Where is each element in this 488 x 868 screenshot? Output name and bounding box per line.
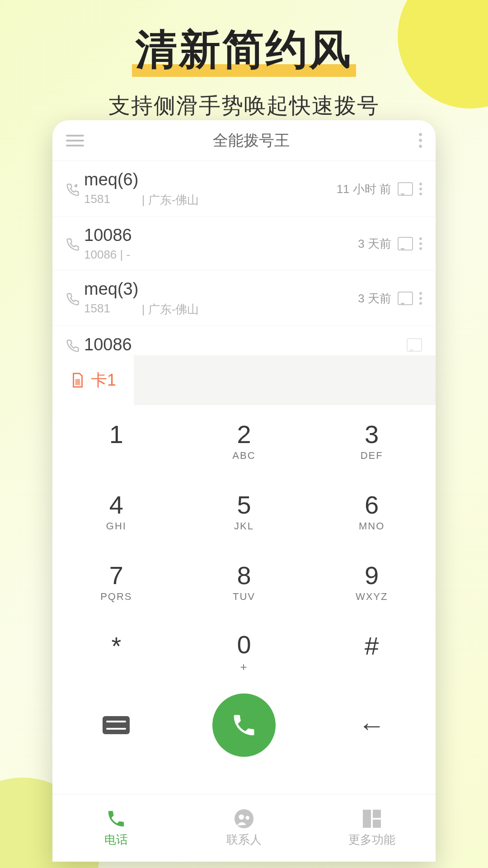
key-2[interactable]: 2ABC — [180, 405, 308, 476]
sms-icon[interactable] — [407, 338, 422, 352]
svg-point-3 — [245, 816, 249, 820]
sim-selector-bar: 卡1 — [52, 355, 436, 405]
call-number: 10086 | - — [84, 248, 130, 262]
contacts-icon — [234, 808, 254, 829]
app-title: 全能拨号王 — [84, 130, 418, 151]
page-headline: 清新简约风 — [132, 22, 356, 80]
dialpad-action-row: ← — [52, 687, 436, 768]
outgoing-call-icon — [66, 337, 84, 353]
sim-label: 卡1 — [91, 369, 116, 392]
key-star[interactable]: *​ — [52, 617, 180, 687]
svg-point-2 — [239, 814, 244, 820]
key-3[interactable]: 3DEF — [308, 405, 436, 476]
page-subhead: 支持侧滑手势唤起快速拨号 — [0, 91, 488, 120]
bottom-nav: 电话 联系人 更多功能 — [52, 794, 436, 862]
key-4[interactable]: 4GHI — [52, 476, 180, 546]
row-more-button[interactable] — [419, 183, 422, 195]
call-log-row[interactable]: meq(6) 1581 | 广东-佛山 11 小时 前 — [52, 161, 436, 217]
call-log-row[interactable]: meq(3) 1581 | 广东-佛山 3 天前 — [52, 270, 436, 326]
sms-icon[interactable] — [398, 237, 413, 250]
key-hash[interactable]: #​ — [308, 617, 436, 687]
call-log-row[interactable]: 10086 — [52, 326, 436, 355]
outgoing-call-icon — [66, 181, 84, 197]
dial-button[interactable] — [212, 693, 276, 757]
call-log-list: meq(6) 1581 | 广东-佛山 11 小时 前 10086 10086 … — [52, 161, 436, 355]
grid-icon — [361, 808, 382, 829]
phone-frame: 全能拨号王 meq(6) 1581 | 广东-佛山 11 小时 前 — [52, 120, 436, 862]
appbar-more-button[interactable] — [418, 133, 422, 148]
call-name: 10086 — [84, 226, 358, 245]
row-more-button[interactable] — [419, 292, 422, 305]
call-time: 3 天前 — [358, 291, 391, 307]
call-number: 1581 — [84, 192, 110, 208]
row-more-button[interactable] — [419, 237, 422, 250]
nav-label: 联系人 — [226, 832, 262, 848]
call-region: | 广东-佛山 — [142, 192, 199, 208]
call-name: meq(6) — [84, 170, 337, 189]
phone-icon — [230, 712, 258, 739]
call-name: meq(3) — [84, 279, 358, 299]
app-bar: 全能拨号王 — [52, 120, 436, 161]
nav-phone[interactable]: 电话 — [52, 794, 180, 862]
sms-icon[interactable] — [398, 182, 413, 196]
key-8[interactable]: 8TUV — [180, 546, 308, 617]
nav-label: 更多功能 — [348, 832, 395, 848]
keyboard-icon[interactable] — [103, 716, 130, 734]
menu-button[interactable] — [66, 135, 84, 146]
phone-icon — [106, 808, 127, 829]
call-log-row[interactable]: 10086 10086 | - 3 天前 — [52, 217, 436, 270]
key-6[interactable]: 6MNO — [308, 476, 436, 546]
nav-label: 电话 — [104, 832, 128, 848]
sim-icon — [70, 372, 85, 389]
nav-more[interactable]: 更多功能 — [308, 794, 436, 862]
key-9[interactable]: 9WXYZ — [308, 546, 436, 617]
key-5[interactable]: 5JKL — [180, 476, 308, 546]
call-time: 11 小时 前 — [337, 181, 391, 197]
key-0[interactable]: 0+ — [180, 617, 308, 687]
call-region: | 广东-佛山 — [142, 302, 199, 317]
call-time: 3 天前 — [358, 236, 391, 252]
outgoing-call-icon — [66, 236, 84, 251]
sim-card-1[interactable]: 卡1 — [52, 355, 134, 405]
call-number: 1581 — [84, 302, 110, 317]
backspace-button[interactable]: ← — [358, 710, 385, 741]
outgoing-call-icon — [66, 291, 84, 306]
headline-text: 清新简约风 — [136, 26, 352, 72]
call-name: 10086 — [84, 335, 407, 354]
sms-icon[interactable] — [398, 292, 413, 305]
key-7[interactable]: 7PQRS — [52, 546, 180, 617]
key-1[interactable]: 1​ — [52, 405, 180, 476]
nav-contacts[interactable]: 联系人 — [180, 794, 308, 862]
dialpad: 1​ 2ABC 3DEF 4GHI 5JKL 6MNO 7PQRS 8TUV 9… — [52, 405, 436, 687]
svg-rect-0 — [75, 379, 80, 385]
